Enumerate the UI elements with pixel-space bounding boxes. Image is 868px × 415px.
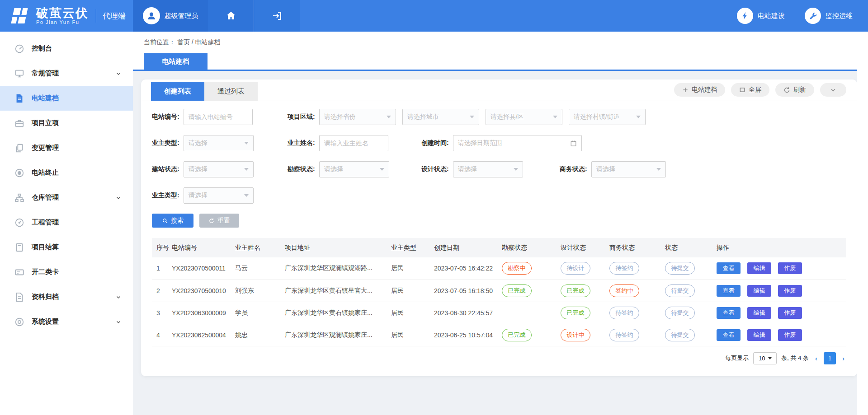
table-wrap: 序号 电站编号 业主姓名 项目地址 业主类型 创建日期 勘察状态 设计状态 商务… [141,228,857,346]
province-select[interactable]: 请选择省份 [319,109,396,125]
void-button[interactable]: 作废 [778,307,802,319]
sidebar-item-system-settings[interactable]: 系统设置 [0,309,133,334]
sidebar-item-station-filing[interactable]: 电站建档 [0,86,133,111]
per-page-select[interactable]: 10 [753,352,777,364]
logo-text: 破茧云伏 Po Jian Yun Fu [36,7,89,25]
void-button[interactable]: 作废 [778,262,802,274]
user-menu[interactable]: 超级管理员 [133,0,208,32]
sidebar-item-label: 常规管理 [32,69,116,78]
per-page-label: 每页显示 [725,354,749,362]
calculator-icon [14,242,24,252]
edit-button[interactable]: 编辑 [747,307,771,319]
refresh-icon [783,87,790,93]
cell-address: 广东深圳龙华区观澜镇姚家庄... [282,324,388,346]
sidebar-item-data-archive[interactable]: 资料归档 [0,284,133,309]
sidebar-item-console[interactable]: 控制台 [0,36,133,61]
survey-status-select[interactable]: 请选择 [319,161,389,177]
view-button[interactable]: 查看 [717,262,741,274]
caret-down-icon [768,357,772,359]
gauge-icon [14,218,24,228]
plus-icon [682,87,689,93]
cell-address: 广东深圳龙华区黄石镇星官大... [282,280,388,302]
reset-icon [208,218,215,224]
nav-station-build[interactable]: 电站建设 [737,8,785,24]
logout-icon [272,10,283,21]
header-spacer [300,0,737,32]
content-area: 创建列表 通过列表 电站建档 [133,71,868,376]
reset-button[interactable]: 重置 [199,214,239,228]
search-button[interactable]: 搜索 [152,214,193,228]
sidebar-item-station-termination[interactable]: 电站终止 [0,160,133,185]
logout-button[interactable] [254,0,300,32]
sidebar: 控制台 常规管理 电站建档 [0,32,133,415]
city-select[interactable]: 请选择城市 [402,109,479,125]
col-header-station-no: 电站编号 [169,238,232,257]
filter-label: 项目区域: [288,113,315,121]
county-select[interactable]: 请选择县/区 [486,109,562,125]
nav-label: 电站建设 [758,12,785,20]
table-row: 4 YX2023062500004 姚忠 广东深圳龙华区观澜镇姚家庄... 居民… [152,324,846,346]
view-button[interactable]: 查看 [717,307,741,319]
date-range-input[interactable]: 请选择日期范围 [453,135,582,151]
next-page-button[interactable]: › [840,354,846,362]
status-badge: 设计中 [561,329,590,341]
edit-button[interactable]: 编辑 [747,285,771,297]
breadcrumb: 当前位置： 首页 / 电站建档 [144,38,868,47]
nav-monitor-ops[interactable]: 监控运维 [805,8,853,24]
sidebar-item-project-settlement[interactable]: 项目结算 [0,235,133,260]
sidebar-item-open-type2-card[interactable]: 开二类卡 [0,260,133,284]
edit-button[interactable]: 编辑 [747,262,771,274]
tab-passed-list[interactable]: 通过列表 [204,82,258,101]
status-badge: 勘察中 [502,262,532,275]
sidebar-item-project-initiation[interactable]: 项目立项 [0,111,133,135]
sidebar-item-general-mgmt[interactable]: 常规管理 [0,61,133,86]
edit-button[interactable]: 编辑 [747,329,771,341]
sidebar-item-label: 电站建档 [32,94,121,103]
business-status-select[interactable]: 请选择 [591,161,666,177]
scrollbar[interactable] [857,32,868,415]
create-station-button[interactable]: 电站建档 [674,83,725,97]
home-button[interactable] [208,0,254,32]
cell-no: 3 [152,302,169,324]
fullscreen-button[interactable]: 全屏 [731,83,769,97]
breadcrumb-home-link[interactable]: 首页 [177,38,190,46]
void-button[interactable]: 作废 [778,285,802,297]
nav-label: 监控运维 [826,12,853,20]
cell-owner: 马云 [232,257,282,280]
prev-page-button[interactable]: ‹ [813,354,819,362]
filter-label: 勘察状态: [288,165,315,173]
cell-owner: 姚忠 [232,324,282,346]
build-status-select[interactable]: 请选择 [184,161,254,177]
view-button[interactable]: 查看 [717,329,741,341]
settings-icon [14,317,24,327]
sidebar-item-engineering-mgmt[interactable]: 工程管理 [0,210,133,235]
filter-label: 创建时间: [421,139,449,147]
cell-created: 2023-07-05 16:42:22 [431,257,499,280]
sidebar-item-change-mgmt[interactable]: 变更管理 [0,135,133,160]
void-button[interactable]: 作废 [778,329,802,341]
town-select[interactable]: 请选择村镇/街道 [569,109,646,125]
table-header-row: 序号 电站编号 业主姓名 项目地址 业主类型 创建日期 勘察状态 设计状态 商务… [152,238,846,257]
station-no-input[interactable] [184,109,253,125]
collapse-button[interactable] [820,83,846,97]
tab-create-list[interactable]: 创建列表 [151,82,204,101]
sitemap-icon [14,193,24,203]
design-status-select[interactable]: 请选择 [453,161,523,177]
breadcrumb-current: 电站建档 [195,38,221,46]
sidebar-item-warehouse-mgmt[interactable]: 仓库管理 [0,185,133,210]
logo-block: 破茧云伏 Po Jian Yun Fu 代理端 [0,0,133,32]
caret-down-icon [553,116,557,118]
status-badge: 待提交 [665,307,695,319]
refresh-button[interactable]: 刷新 [775,83,814,97]
dashboard-icon [14,44,24,54]
owner-type-select[interactable]: 请选择 [184,135,254,151]
col-header-address: 项目地址 [282,238,388,257]
caret-down-icon [380,168,384,171]
page-tab-station-filing[interactable]: 电站建档 [144,53,208,70]
select-placeholder: 请选择省份 [324,113,356,121]
view-button[interactable]: 查看 [717,285,741,297]
owner-name-input[interactable] [319,135,388,151]
page-number-1[interactable]: 1 [824,352,836,364]
cell-created: 2023-07-05 16:18:50 [431,280,499,302]
owner-type2-select[interactable]: 请选择 [184,187,254,204]
